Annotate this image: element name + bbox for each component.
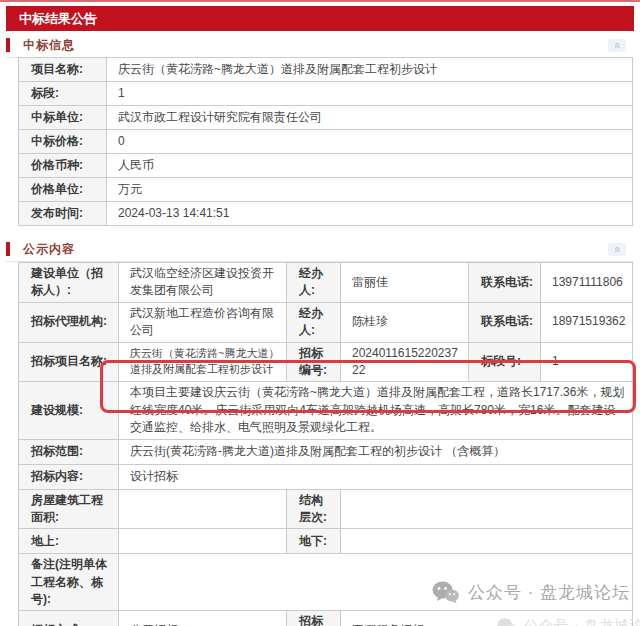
bid-info-table: 项目名称:庆云街（黄花涝路~腾龙大道）道排及附属配套工程初步设计 标段:1 中标… [18,57,633,226]
top-accent-line [0,0,640,2]
field-value: 武汉临空经济区建设投资开发集团有限公司 [119,263,287,303]
field-label: 招标范围: [19,439,119,464]
notice-table: 建设单位（招标人）: 武汉临空经济区建设投资开发集团有限公司 经办人: 雷丽佳 … [18,262,633,626]
field-value [119,529,287,554]
field-value: 人民币 [107,154,633,178]
table-row: 招标范围: 庆云街(黄花涝路-腾龙大道)道排及附属配套工程的初步设计 （含概算） [19,439,633,464]
field-label: 项目名称: [19,58,107,82]
page-title: 中标结果公告 [19,11,97,26]
field-label: 建设规模: [19,382,119,439]
field-value [119,489,287,529]
page-title-banner: 中标结果公告 [6,6,634,31]
section-accent-bar [6,242,10,256]
announcement-page: 中标结果公告 中标信息 « 项目名称:庆云街（黄花涝路~腾龙大道）道排及附属配套… [0,0,640,626]
field-value: 陈桂珍 [341,302,469,342]
table-row: 招标代理机构: 武汉新地工程造价咨询有限公司 经办人: 陈桂珍 联系电话: 18… [19,302,633,342]
table-row: 价格单位:万元 [19,178,633,202]
table-row: 价格币种:人民币 [19,154,633,178]
table-row: 项目名称:庆云街（黄花涝路~腾龙大道）道排及附属配套工程初步设计 [19,58,633,82]
field-label: 房屋建筑工程面积: [19,489,119,529]
watermark-text: 公众号 · 盘龙城论坛 [468,581,630,604]
field-label: 招标项目名称: [19,342,119,382]
field-label: 经办人: [287,263,341,303]
field-value: 庆云街(黄花涝路-腾龙大道)道排及附属配套工程的初步设计 （含概算） [119,439,633,464]
field-value: 设计招标 [119,464,633,489]
double-chevron-up-icon: « [612,42,623,48]
field-label: 联系电话: [469,302,541,342]
field-label: 招标内容: [19,464,119,489]
watermark-text: 公众号 · 盘龙城论坛 [524,617,640,626]
field-value: 18971519362 [541,302,633,342]
field-value [341,489,633,529]
field-label: 地下: [287,529,341,554]
wechat-icon [497,618,517,626]
field-value-construction-scale: 本项目主要建设庆云街（黄花涝路~腾龙大道）道排及附属配套工程，道路长1717.3… [119,382,633,439]
table-row-construction-scale: 建设规模: 本项目主要建设庆云街（黄花涝路~腾龙大道）道排及附属配套工程，道路长… [19,382,633,439]
table-row: 发布时间:2024-03-13 14:41:51 [19,202,633,226]
section-title-bid-info: 中标信息 [23,37,75,54]
field-label: 结构层次: [287,489,341,529]
collapse-section-button[interactable]: « [608,39,626,52]
section-header-notice: 公示内容 « [6,240,634,262]
double-chevron-up-icon: « [612,246,623,252]
field-value: 雷丽佳 [341,263,469,303]
field-value: 13971111806 [541,263,633,303]
collapse-section-button[interactable]: « [608,243,626,256]
field-value: 1 [107,82,633,106]
watermark-partial: 公众号 · 盘龙城论坛 [497,617,640,626]
field-label: 招标代理机构: [19,302,119,342]
field-label: 发布时间: [19,202,107,226]
field-label: 价格单位: [19,178,107,202]
field-label: 备注(注明单体工程名称、栋号): [19,554,119,611]
field-label: 经办人: [287,302,341,342]
section-title-notice: 公示内容 [23,241,75,258]
field-label: 中标单位: [19,106,107,130]
table-row: 房屋建筑工程面积: 结构层次: [19,489,633,529]
table-row: 标段:1 [19,82,633,106]
field-value: 庆云街（黄花涝路~腾龙大道）道排及附属配套工程初步设计 [119,342,287,382]
field-value [341,529,633,554]
table-row: 建设单位（招标人）: 武汉临空经济区建设投资开发集团有限公司 经办人: 雷丽佳 … [19,263,633,303]
section-header-bid-info: 中标信息 « [6,36,634,58]
table-row: 招标内容: 设计招标 [19,464,633,489]
field-value: 2024-03-13 14:41:51 [107,202,633,226]
field-label: 标段号: [469,342,541,382]
field-label: 招标类别: [287,611,341,626]
table-row: 中标单位:武汉市政工程设计研究院有限责任公司 [19,106,633,130]
field-label: 标段: [19,82,107,106]
field-label: 联系电话: [469,263,541,303]
field-value: 武汉新地工程造价咨询有限公司 [119,302,287,342]
field-value: 202401161522023722 [341,342,469,382]
field-value: 公开招标 [119,611,287,626]
field-label: 招标编号: [287,342,341,382]
watermark: 公众号 · 盘龙城论坛 [432,581,630,604]
field-value: 0 [107,130,633,154]
field-value: 万元 [107,178,633,202]
field-label: 招标方式: [19,611,119,626]
table-row: 招标项目名称: 庆云街（黄花涝路~腾龙大道）道排及附属配套工程初步设计 招标编号… [19,342,633,382]
field-label: 价格币种: [19,154,107,178]
field-label: 中标价格: [19,130,107,154]
table-row: 地上: 地下: [19,529,633,554]
field-label: 建设单位（招标人）: [19,263,119,303]
table-row: 中标价格:0 [19,130,633,154]
wechat-icon [432,581,459,604]
section-accent-bar [6,38,10,52]
field-value: 武汉市政工程设计研究院有限责任公司 [107,106,633,130]
field-label: 地上: [19,529,119,554]
field-value: 庆云街（黄花涝路~腾龙大道）道排及附属配套工程初步设计 [107,58,633,82]
field-value: 1 [541,342,633,382]
